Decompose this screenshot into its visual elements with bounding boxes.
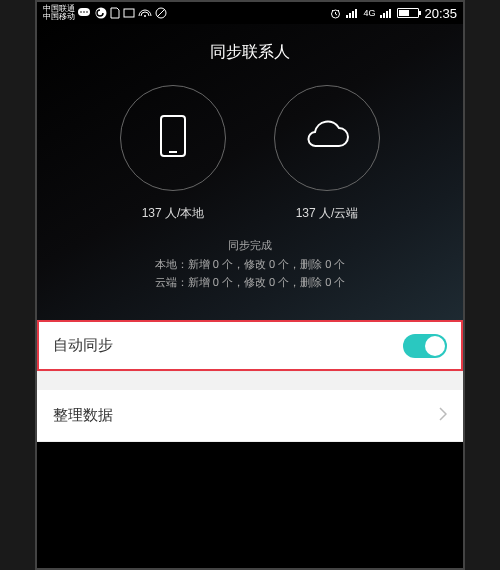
auto-sync-row[interactable]: 自动同步 (37, 320, 463, 372)
cloud-label: 137 人/云端 (296, 205, 359, 222)
sync-status-title: 同步完成 (37, 236, 463, 255)
sync-status: 同步完成 本地：新增 0 个，修改 0 个，删除 0 个 云端：新增 0 个，修… (37, 236, 463, 292)
hotspot-icon (138, 7, 152, 19)
sim-icon (110, 7, 120, 19)
battery-icon (397, 8, 419, 18)
cloud-icon (303, 120, 351, 156)
carrier-2: 中国移动 (43, 13, 75, 21)
app-icon (95, 7, 107, 19)
svg-rect-13 (355, 9, 357, 18)
alarm-icon (330, 8, 341, 19)
svg-rect-12 (352, 11, 354, 18)
svg-point-3 (86, 11, 88, 13)
svg-rect-11 (349, 13, 351, 18)
settings-list: 自动同步 整理数据 (37, 320, 463, 442)
clock: 20:35 (424, 6, 457, 21)
svg-rect-10 (346, 15, 348, 18)
svg-rect-15 (383, 13, 385, 18)
signal-2-icon (380, 8, 392, 18)
organize-data-row[interactable]: 整理数据 (37, 390, 463, 442)
sync-status-cloud: 云端：新增 0 个，修改 0 个，删除 0 个 (37, 273, 463, 292)
organize-label: 整理数据 (53, 406, 113, 425)
local-label: 137 人/本地 (142, 205, 205, 222)
auto-sync-label: 自动同步 (53, 336, 113, 355)
svg-point-6 (144, 15, 146, 17)
message-icon (78, 8, 92, 18)
card-icon (123, 8, 135, 18)
svg-rect-14 (380, 15, 382, 18)
sync-status-local: 本地：新增 0 个，修改 0 个，删除 0 个 (37, 255, 463, 274)
svg-rect-16 (386, 11, 388, 18)
no-sync-icon (155, 7, 167, 19)
status-bar: 中国联通 中国移动 (37, 2, 463, 24)
sync-overview: 同步联系人 137 人/本地 137 人/云端 同步 (37, 24, 463, 320)
svg-rect-17 (389, 9, 391, 18)
svg-line-8 (157, 9, 165, 17)
signal-icon (346, 8, 358, 18)
local-contacts[interactable]: 137 人/本地 (120, 85, 226, 222)
svg-point-1 (80, 11, 82, 13)
svg-rect-18 (161, 116, 185, 156)
svg-point-2 (83, 11, 85, 13)
chevron-right-icon (439, 407, 447, 424)
network-label: 4G (363, 8, 375, 18)
phone-screen: 中国联通 中国移动 (35, 0, 465, 570)
phone-icon (160, 115, 186, 161)
svg-rect-5 (124, 9, 134, 17)
cloud-contacts[interactable]: 137 人/云端 (274, 85, 380, 222)
auto-sync-toggle[interactable] (403, 334, 447, 358)
page-title: 同步联系人 (37, 42, 463, 63)
